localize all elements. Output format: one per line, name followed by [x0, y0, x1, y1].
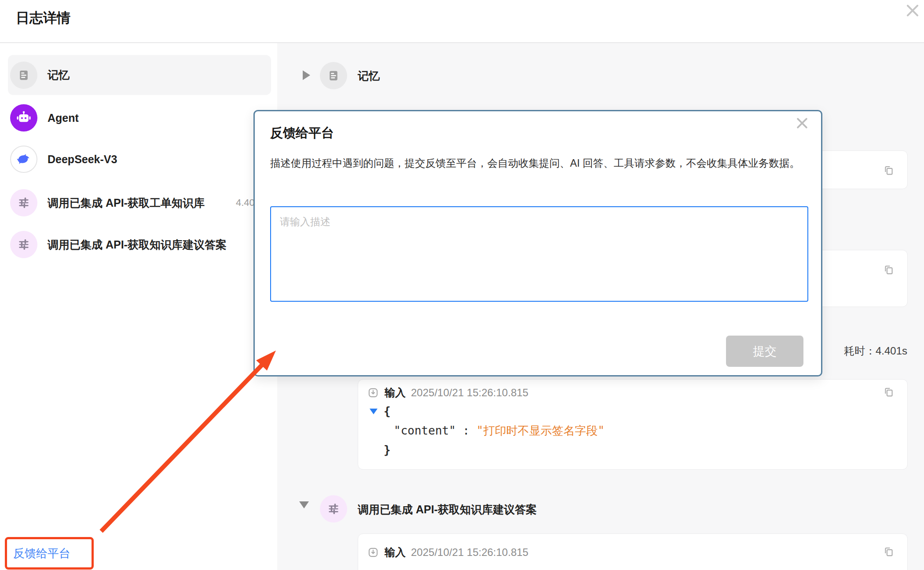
feedback-platform-link[interactable]: 反馈给平台 — [13, 546, 70, 561]
duration-text: 耗时：4.401s — [844, 344, 907, 358]
submit-button[interactable]: 提交 — [726, 336, 803, 367]
copy-icon[interactable] — [883, 545, 895, 558]
input-card: 输入 2025/10/21 15:26:10.815 { "content" :… — [358, 379, 908, 470]
tune-icon — [320, 495, 347, 522]
sidebar-item-label: 记忆 — [48, 68, 70, 82]
input-card-2: 输入 2025/10/21 15:26:10.815 — [358, 533, 908, 570]
input-label: 输入 — [385, 386, 406, 400]
tune-icon — [10, 231, 37, 258]
sidebar-item-label: Agent — [48, 112, 79, 124]
memo-icon — [320, 62, 347, 89]
copy-icon[interactable] — [883, 263, 895, 276]
modal-title: 反馈给平台 — [270, 124, 334, 142]
tune-icon — [10, 189, 37, 216]
json-colon: : — [456, 424, 477, 437]
modal-description: 描述使用过程中遇到的问题，提交反馈至平台，会自动收集提问、AI 回答、工具请求参… — [270, 154, 810, 172]
collapse-toggle-kb-answer[interactable] — [299, 501, 309, 508]
input-arrow-icon — [367, 387, 379, 399]
robot-icon — [10, 104, 37, 132]
input-label: 输入 — [385, 545, 406, 559]
page-title: 日志详情 — [16, 9, 70, 27]
input-arrow-icon — [367, 546, 379, 559]
json-viewer: { "content" : "打印时不显示签名字段" } — [370, 402, 605, 460]
json-open-brace: { — [384, 405, 391, 418]
sidebar-item-memory[interactable]: 记忆 — [8, 55, 271, 95]
sidebar-item-agent[interactable]: Agent — [8, 98, 271, 138]
feedback-modal: 反馈给平台 描述使用过程中遇到的问题，提交反馈至平台，会自动收集提问、AI 回答… — [253, 110, 822, 376]
json-collapse-icon[interactable] — [370, 409, 378, 414]
sidebar-item-api-kb-answer[interactable]: 调用已集成 API-获取知识库建议答案 — [8, 224, 271, 265]
copy-icon[interactable] — [883, 164, 895, 176]
log-detail-window: 日志详情 记忆 耗时：4.401s 输入 2025/10/21 15:26:10… — [0, 0, 924, 570]
annotation-highlight-box: 反馈给平台 — [5, 537, 94, 570]
json-key: "content" — [394, 424, 456, 437]
panel-row-memory-label: 记忆 — [358, 69, 380, 83]
copy-icon[interactable] — [883, 386, 895, 398]
sidebar-item-deepseek[interactable]: DeepSeek-V3 — [8, 139, 271, 179]
feedback-description-input[interactable] — [270, 206, 808, 302]
json-value: "打印时不显示签名字段" — [477, 424, 605, 437]
json-line-content: "content" : "打印时不显示签名字段" — [370, 421, 605, 440]
modal-close-icon[interactable] — [795, 116, 812, 133]
sidebar-item-label: 调用已集成 API-获取工单知识库 — [48, 196, 205, 210]
sidebar-item-label: 调用已集成 API-获取知识库建议答案 — [48, 238, 227, 252]
sidebar-item-label: DeepSeek-V3 — [48, 153, 117, 166]
memo-icon — [10, 62, 37, 89]
collapse-toggle-memory[interactable] — [303, 70, 310, 80]
sidebar-item-api-ticket-kb[interactable]: 调用已集成 API-获取工单知识库 — [8, 183, 271, 223]
close-icon[interactable] — [902, 0, 923, 21]
deepseek-whale-icon — [10, 146, 37, 173]
input-timestamp: 2025/10/21 15:26:10.815 — [411, 387, 528, 399]
input-timestamp: 2025/10/21 15:26:10.815 — [411, 546, 528, 559]
json-line-close: } — [370, 440, 605, 460]
json-close-brace: } — [384, 443, 391, 457]
panel-row-kb-answer-label: 调用已集成 API-获取知识库建议答案 — [358, 502, 537, 517]
json-line-open: { — [370, 402, 605, 421]
